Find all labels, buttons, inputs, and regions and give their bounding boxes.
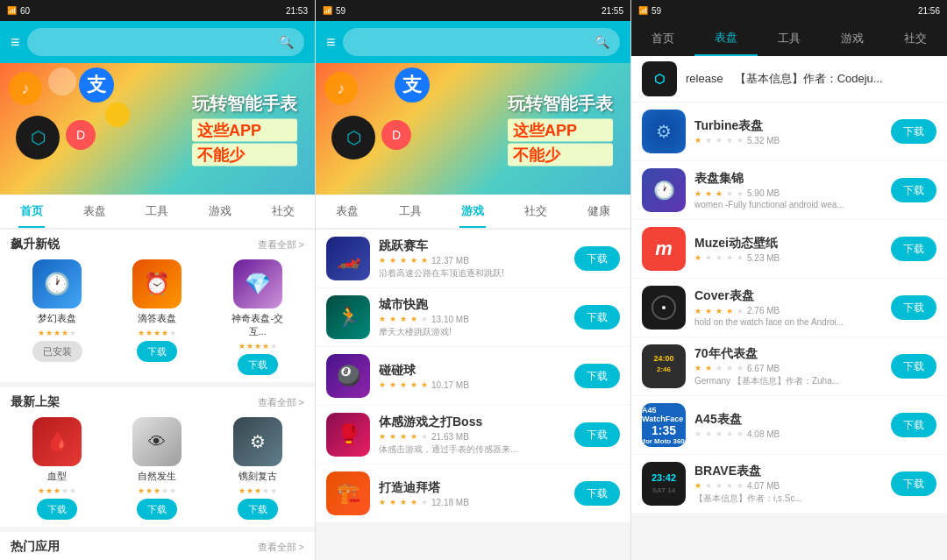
section-new-more[interactable]: 查看全部 > — [258, 396, 304, 409]
menu-icon-2[interactable]: ≡ — [326, 33, 336, 52]
menu-icon-1[interactable]: ≡ — [11, 33, 20, 52]
app-name-magic: 神奇表盘-交互... — [227, 312, 288, 338]
wf-icon-turbine: ⚙ — [642, 110, 686, 153]
tab-health-2[interactable]: 健康 — [567, 195, 630, 228]
tab-social-1[interactable]: 社交 — [252, 195, 315, 228]
wf-info-muzei: Muzei动态壁纸 ★★★★★ 5.23 MB — [694, 236, 882, 263]
wf-meta-a45: ★★★★★ 4.08 MB — [694, 429, 882, 439]
btn-download-brave[interactable]: 下载 — [891, 471, 936, 496]
wf-icon-muzei: m — [642, 227, 686, 271]
game-name-run: 城市快跑 — [379, 297, 566, 313]
game-size-racing: 12.37 MB — [431, 256, 469, 266]
btn-download-tabpan[interactable]: 下载 — [891, 178, 936, 202]
status-bar-1: 📶 60 21:53 — [0, 0, 315, 21]
tab-watchface-1[interactable]: 表盘 — [63, 195, 126, 228]
star1: ★ — [239, 486, 246, 495]
tab-social-2[interactable]: 社交 — [504, 195, 567, 228]
time-1: 21:53 — [286, 6, 308, 16]
panel-home: 📶 60 21:53 ≡ 🔍 ♪ ⬡ D 玩转智能手表 这些APP 不能少 — [0, 0, 316, 560]
btn-download-engrave[interactable]: 下载 — [238, 499, 278, 520]
signal-icon-1: 📶 — [7, 6, 17, 15]
tab-watchface-2[interactable]: 表盘 — [316, 195, 379, 228]
app-stars-nature: ★ ★ ★ ★ ★ — [138, 486, 176, 495]
tab-tools-2[interactable]: 工具 — [379, 195, 442, 228]
top-release-item: ⬡ release 【基本信息】作者：Codeju... — [631, 56, 947, 103]
battery-2: 59 — [336, 6, 345, 16]
btn-download-dida[interactable]: 下载 — [137, 341, 177, 362]
app-item-dida: ⏰ 滴答表盘 ★ ★ ★ ★ ★ 下载 — [110, 259, 203, 375]
star2: ★ — [246, 342, 253, 351]
star1: ★ — [138, 329, 145, 337]
btn-download-blood[interactable]: 下载 — [37, 499, 77, 520]
wf-name-tabpan: 表盘集锦 — [694, 171, 882, 187]
wf-item-turbine: ⚙ Turbine表盘 ★★★★★ 5.32 MB 下载 — [631, 103, 947, 160]
btn-download-boss[interactable]: 下载 — [574, 422, 620, 447]
section-rising-more[interactable]: 查看全部 > — [258, 238, 304, 252]
banner-title-1: 玩转智能手表 — [192, 92, 297, 116]
release-info: release 【基本信息】作者：Codeju... — [677, 71, 936, 87]
wf-size-brave: 4.07 MB — [747, 481, 780, 491]
btn-download-muzei[interactable]: 下载 — [891, 237, 936, 261]
btn-download-run[interactable]: 下载 — [574, 305, 620, 330]
btn-installed-dream[interactable]: 已安装 — [32, 341, 82, 362]
banner2-text: 玩转智能手表 这些APP 不能少 — [508, 92, 613, 167]
star4: ★ — [262, 342, 269, 351]
tab-games-1[interactable]: 游戏 — [189, 195, 252, 228]
btn-download-nature[interactable]: 下载 — [137, 499, 177, 520]
rtab-tools[interactable]: 工具 — [758, 21, 821, 56]
wf-meta-muzei: ★★★★★ 5.23 MB — [694, 253, 882, 263]
wf-icon-a45: A45 WatchFace 1:35 for Moto 360 — [642, 403, 686, 447]
banner-alipay: 支 — [79, 67, 114, 103]
btn-download-tower[interactable]: 下载 — [574, 481, 620, 506]
app-icon-blood: 🩸 — [32, 417, 82, 466]
signal-icon-3: 📶 — [638, 6, 648, 15]
star4: ★ — [161, 486, 168, 495]
rtab-games[interactable]: 游戏 — [821, 21, 884, 56]
rtab-watchface[interactable]: 表盘 — [694, 21, 758, 56]
star2: ★ — [46, 329, 53, 337]
rtab-home[interactable]: 首页 — [631, 21, 694, 56]
game-meta-racing: ★★★★★ 12.37 MB — [379, 256, 566, 266]
tab-tools-1[interactable]: 工具 — [126, 195, 189, 228]
section-hot-more[interactable]: 查看全部 > — [258, 541, 304, 554]
signal-icon-2: 📶 — [323, 6, 332, 15]
wf-name-70s: 70年代表盘 — [694, 346, 882, 362]
btn-download-turbine[interactable]: 下载 — [891, 119, 936, 144]
btn-download-cover[interactable]: 下载 — [891, 295, 936, 320]
search-bar-1[interactable]: 🔍 — [27, 28, 304, 56]
panel-games: 📶 59 21:55 ≡ 🔍 ♪ ⬡ D 玩转智能手表 这些APP 不能少 支 … — [316, 0, 631, 560]
rising-grid: 🕐 梦幻表盘 ★ ★ ★ ★ ★ 已安装 ⏰ 滴答表盘 — [11, 259, 304, 375]
tab-games-2[interactable]: 游戏 — [442, 195, 505, 228]
top-bar-1: ≡ 🔍 — [0, 21, 315, 63]
rtab-social[interactable]: 社交 — [884, 21, 947, 56]
banner-circle-deco2 — [105, 103, 130, 127]
game-meta-run: ★★★★★ 13.10 MB — [379, 315, 566, 324]
btn-download-racing[interactable]: 下载 — [574, 246, 620, 271]
btn-download-ball[interactable]: 下载 — [574, 364, 620, 388]
btn-download-magic[interactable]: 下载 — [238, 354, 278, 375]
star1: ★ — [38, 329, 45, 337]
banner-1: ♪ ⬡ D 玩转智能手表 这些APP 不能少 支 — [0, 63, 315, 195]
battery-3: 59 — [652, 6, 661, 16]
app-item-engrave: ⚙ 镌刻复古 ★ ★ ★ ★ ★ 下载 — [211, 417, 304, 520]
app-name-dida: 滴答表盘 — [138, 312, 176, 325]
search-bar-2[interactable]: 🔍 — [343, 28, 620, 56]
btn-download-70s[interactable]: 下载 — [891, 354, 936, 379]
star3: ★ — [254, 486, 261, 495]
wf-item-tabpan: 🕐 表盘集锦 ★★★★★ 5.90 MB women -Fully functi… — [631, 161, 947, 219]
banner-sub2: 不能少 — [192, 144, 297, 167]
game-info-tower: 打造迪拜塔 ★★★★★ 12.18 MB — [379, 480, 566, 507]
btn-download-a45[interactable]: 下载 — [891, 413, 936, 437]
game-desc-boss: 体感击游戏，通过手表的传感器来... — [379, 443, 566, 456]
watchface-content: ⚙ Turbine表盘 ★★★★★ 5.32 MB 下载 🕐 表盘集锦 ★★★★… — [631, 103, 947, 560]
game-name-boss: 体感游戏之打Boss — [379, 415, 566, 430]
app-icon-engrave: ⚙ — [233, 417, 282, 466]
game-icon-tower: 🏗️ — [326, 471, 370, 515]
game-icon-racing: 🏎️ — [326, 237, 370, 280]
app-name-blood: 血型 — [47, 470, 67, 483]
app-stars-dream: ★ ★ ★ ★ ★ — [38, 329, 76, 337]
tab-home-1[interactable]: 首页 — [0, 195, 63, 228]
wf-meta-70s: ★★★★★ 6.67 MB — [694, 364, 882, 373]
star3: ★ — [254, 342, 261, 351]
status-right-1: 21:53 — [286, 6, 308, 16]
